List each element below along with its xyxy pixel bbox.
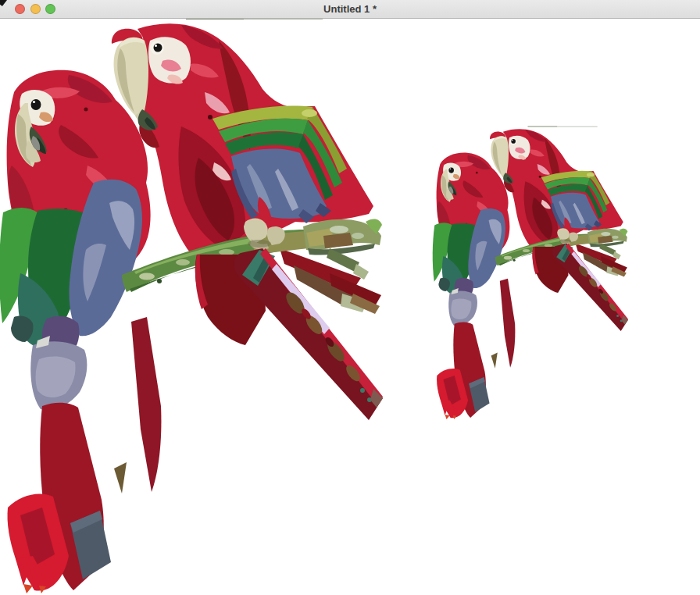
document-canvas[interactable] [0,19,700,595]
macaw-artwork-small[interactable] [429,125,628,419]
close-button[interactable] [15,4,25,14]
titlebar: Untitled 1 * [0,0,700,19]
macaw-artwork-large[interactable] [0,16,383,593]
zoom-button[interactable] [45,4,55,14]
minimize-button[interactable] [30,4,41,14]
app-window: Untitled 1 * [0,0,700,595]
window-title: Untitled 1 * [0,0,700,18]
window-controls [15,4,55,14]
